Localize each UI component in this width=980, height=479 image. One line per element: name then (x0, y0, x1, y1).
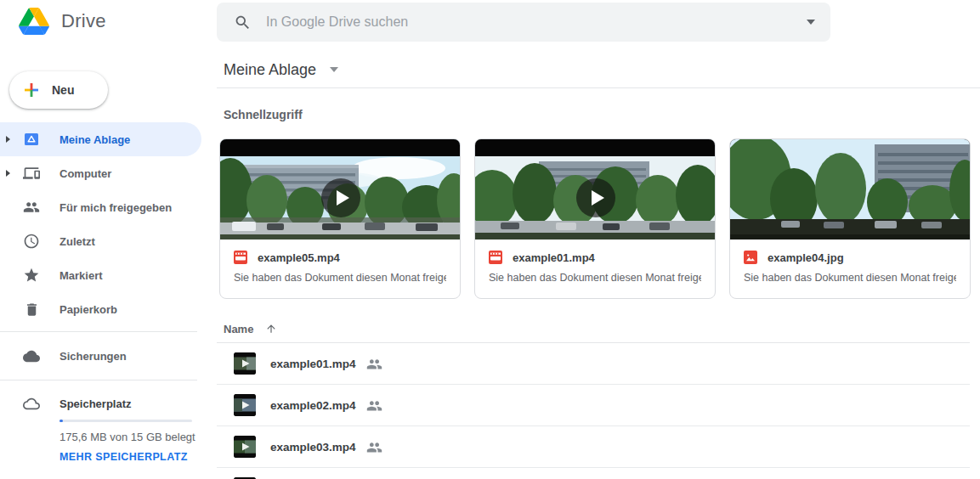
table-row[interactable]: example02.mp4 (217, 385, 970, 426)
video-thumbnail (220, 139, 460, 240)
video-file-icon (489, 251, 502, 264)
table-row[interactable]: example01.mp4 (217, 343, 970, 385)
name-column-label: Name (224, 323, 253, 335)
sidebar-item-label: Sicherungen (59, 350, 127, 363)
star-icon (23, 267, 40, 284)
breadcrumb-my-drive[interactable]: Meine Ablage (224, 58, 338, 82)
image-thumbnail (730, 139, 970, 240)
clock-icon (23, 233, 40, 250)
video-thumbnail-small (234, 436, 256, 458)
search-bar (217, 3, 830, 42)
sidebar-item-label: Meine Ablage (59, 133, 130, 146)
people-icon (23, 199, 40, 216)
video-thumbnail-small (234, 352, 256, 375)
expand-arrow-icon[interactable] (6, 170, 23, 177)
card-file-name: example01.mp4 (513, 251, 595, 264)
card-subtitle: Sie haben das Dokument diesen Monat frei… (744, 272, 956, 284)
new-button-label: Neu (52, 83, 74, 97)
file-list: example01.mp4 example02.mp4 example03.mp… (217, 343, 970, 479)
sidebar-nav: Meine Ablage Computer Für mich freigegeb… (0, 122, 217, 326)
drive-logo[interactable]: Drive (19, 8, 106, 35)
chevron-down-icon (330, 67, 338, 72)
sidebar-item-recent[interactable]: Zuletzt (0, 224, 217, 258)
card-file-name: example05.mp4 (258, 251, 340, 264)
buy-storage-link[interactable]: MEHR SPEICHERPLATZ (59, 451, 188, 463)
header-divider (217, 87, 980, 88)
sidebar-item-starred[interactable]: Markiert (0, 258, 217, 292)
sidebar-item-label: Computer (59, 167, 111, 180)
search-icon[interactable] (234, 14, 252, 31)
plus-icon (23, 82, 40, 99)
table-row[interactable]: example03.mp4 (217, 426, 970, 468)
card-subtitle: Sie haben das Dokument diesen Monat frei… (489, 272, 701, 284)
sidebar-item-label: Für mich freigegeben (59, 201, 172, 214)
name-column-header[interactable]: Name (217, 315, 970, 343)
image-file-icon (744, 251, 757, 264)
sidebar-divider (0, 380, 197, 380)
play-button[interactable] (321, 178, 360, 217)
sidebar-item-label: Speicherplatz (59, 397, 132, 410)
video-thumbnail-small (234, 394, 256, 416)
sidebar-item-meine-ablage[interactable]: Meine Ablage (0, 122, 201, 156)
drive-logo-icon (19, 8, 49, 35)
computers-icon (23, 165, 40, 182)
file-name: example01.mp4 (270, 358, 356, 370)
new-button[interactable]: Neu (9, 71, 108, 109)
shared-people-icon (366, 442, 382, 453)
video-thumbnail (475, 139, 715, 240)
shared-people-icon (366, 400, 382, 411)
app-title: Drive (61, 10, 106, 32)
page-title: Meine Ablage (224, 61, 316, 79)
sidebar-item-computer[interactable]: Computer (0, 156, 217, 190)
cloud-outline-icon (23, 395, 40, 412)
shared-people-icon (366, 358, 382, 369)
sidebar-item-backups[interactable]: Sicherungen (0, 339, 127, 373)
quick-access-card[interactable]: example01.mp4 Sie haben das Dokument die… (474, 138, 716, 299)
sidebar-item-trash[interactable]: Papierkorb (0, 292, 217, 326)
quick-access-card[interactable]: example04.jpg Sie haben das Dokument die… (729, 138, 971, 299)
cloud-filled-icon (23, 347, 40, 364)
file-name: example02.mp4 (270, 399, 356, 412)
search-options-caret-icon[interactable] (807, 20, 815, 25)
storage-progress-bar (59, 420, 192, 422)
sidebar-divider (0, 331, 197, 332)
table-row-partial[interactable] (217, 468, 970, 479)
sidebar-item-label: Zuletzt (59, 235, 95, 248)
sidebar: Drive Neu Meine Ablage (0, 0, 217, 479)
quick-access-title: Schnellzugriff (224, 108, 303, 121)
sidebar-item-shared-with-me[interactable]: Für mich freigegeben (0, 190, 217, 224)
sidebar-item-storage[interactable]: Speicherplatz (0, 386, 132, 420)
quick-access-cards: example05.mp4 Sie haben das Dokument die… (219, 138, 971, 299)
storage-usage-text: 175,6 MB von 15 GB belegt (59, 431, 195, 443)
storage-progress-fill (59, 420, 63, 422)
sort-ascending-icon (265, 323, 277, 335)
sidebar-item-label: Papierkorb (59, 303, 117, 316)
my-drive-icon (23, 131, 40, 148)
google-drive-app: Drive Neu Meine Ablage (0, 0, 980, 479)
video-file-icon (234, 251, 247, 264)
search-input[interactable] (264, 14, 807, 31)
trash-icon (23, 301, 40, 318)
file-name: example03.mp4 (270, 441, 356, 454)
sidebar-item-label: Markiert (59, 269, 103, 282)
card-file-name: example04.jpg (768, 251, 844, 264)
quick-access-card[interactable]: example05.mp4 Sie haben das Dokument die… (219, 138, 461, 299)
play-button[interactable] (576, 178, 615, 217)
expand-arrow-icon[interactable] (6, 136, 23, 143)
card-subtitle: Sie haben das Dokument diesen Monat frei… (234, 272, 446, 284)
